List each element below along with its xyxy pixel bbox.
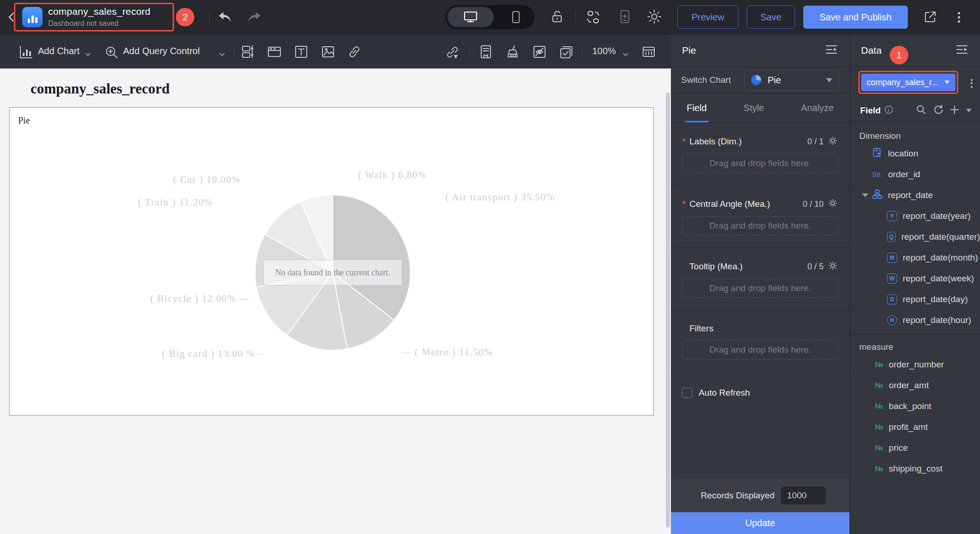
annotation-badge-1: 1 — [890, 46, 908, 64]
desktop-mode-icon[interactable] — [447, 7, 494, 27]
dimension-report-date-quarter[interactable]: Q report_date(quarter) — [850, 226, 980, 247]
update-button[interactable]: Update — [671, 512, 850, 534]
page-title: company_sales_record — [31, 81, 170, 97]
drop-zone-central-angle[interactable]: Drag and drop fields here. — [682, 216, 838, 236]
gear-icon[interactable] — [828, 199, 837, 210]
divider — [582, 45, 583, 59]
search-icon[interactable] — [916, 105, 926, 117]
dimension-location[interactable]: location — [850, 143, 980, 164]
tab-style[interactable]: Style — [744, 93, 764, 123]
drop-zone-tooltip[interactable]: Drag and drop fields here. — [682, 279, 838, 298]
add-chart-icon[interactable] — [19, 45, 33, 62]
more-menu-icon[interactable] — [958, 10, 960, 25]
batch-select-icon[interactable] — [559, 44, 574, 61]
field-label: price — [889, 443, 908, 453]
field-label: report_date(hour) — [903, 315, 971, 325]
refresh-icon[interactable] — [933, 105, 943, 117]
records-displayed-input[interactable] — [781, 487, 825, 504]
field-label: shipping_cost — [889, 464, 943, 474]
numeric-field-icon: № — [875, 423, 883, 431]
numeric-field-icon: № — [875, 444, 883, 452]
section-central-angle: * Central Angle (Mea.) 0 / 10 Drag and d… — [671, 186, 850, 248]
filter-caret-icon[interactable] — [966, 109, 972, 112]
favorites-doc-icon[interactable] — [478, 44, 493, 61]
measure-price[interactable]: № price — [850, 437, 980, 458]
undo-icon[interactable] — [217, 11, 232, 25]
dimension-order-id[interactable]: Str. order_id — [850, 164, 980, 185]
link-filter-icon[interactable] — [445, 44, 460, 61]
tab-container-icon[interactable] — [267, 44, 282, 61]
measure-back-point[interactable]: № back_point — [850, 396, 980, 416]
text-box-icon[interactable] — [294, 44, 309, 61]
add-chart-label[interactable]: Add Chart — [38, 46, 80, 56]
query-control-widget-icon[interactable] — [241, 44, 255, 61]
add-query-control-label[interactable]: Add Query Control — [123, 46, 200, 56]
field-label: order_id — [888, 169, 920, 180]
numeric-field-icon: № — [875, 465, 883, 473]
pie-chart-widget[interactable]: Pie ( Air transport ) 35.50% — ( Metro )… — [9, 107, 654, 416]
data-panel: Data 1 company_sales_r... Field Dimensio… — [850, 34, 980, 534]
dimension-report-date-hour[interactable]: H report_date(hour) — [850, 310, 980, 330]
measure-order-amt[interactable]: № order_amt — [850, 375, 980, 396]
share-export-icon[interactable] — [923, 10, 937, 26]
zoom-level[interactable]: 100% — [592, 46, 616, 56]
auto-refresh-label: Auto Refresh — [699, 388, 750, 398]
hide-chart-icon[interactable] — [532, 44, 547, 61]
settings-gear-icon[interactable] — [647, 9, 662, 26]
measure-profit-amt[interactable]: № profit_amt — [850, 416, 980, 437]
add-field-icon[interactable] — [949, 105, 960, 117]
mobile-mode-icon[interactable] — [511, 11, 521, 25]
drop-zone-labels[interactable]: Drag and drop fields here. — [682, 154, 838, 173]
dimension-report-date-day[interactable]: D report_date(day) — [850, 289, 980, 310]
dimension-report-date-week[interactable]: W report_date(week) — [850, 268, 980, 289]
preview-button[interactable]: Preview — [677, 6, 738, 29]
field-label: report_date(week) — [903, 273, 974, 284]
save-and-publish-button[interactable]: Save and Publish — [803, 6, 908, 29]
save-button[interactable]: Save — [747, 6, 795, 29]
dataset-more-icon[interactable] — [971, 77, 973, 89]
numeric-field-icon: № — [875, 402, 883, 410]
numeric-field-icon: № — [875, 381, 883, 390]
info-icon — [884, 105, 893, 116]
auto-refresh-checkbox[interactable] — [682, 388, 692, 398]
lock-icon[interactable] — [550, 10, 564, 25]
chevron-down-icon[interactable] — [623, 50, 628, 54]
device-toggle[interactable] — [446, 5, 534, 29]
gear-icon[interactable] — [828, 136, 837, 147]
tab-analyze[interactable]: Analyze — [801, 93, 834, 123]
gear-icon[interactable] — [828, 261, 837, 272]
chevron-down-icon[interactable] — [85, 50, 91, 54]
canvas-scrollbar[interactable] — [666, 93, 670, 528]
image-icon[interactable] — [321, 44, 335, 61]
expand-caret-icon[interactable] — [862, 193, 868, 197]
theme-icon[interactable] — [641, 44, 656, 61]
section-label: Labels (Dim.) — [689, 137, 742, 147]
drop-zone-filters[interactable]: Drag and drop fields here. — [682, 340, 838, 360]
collapse-panel-icon[interactable] — [955, 43, 969, 58]
dataset-name: company_sales_r... — [867, 78, 938, 87]
chevron-down-icon[interactable] — [219, 50, 225, 54]
chart-type-select[interactable]: Pie — [744, 70, 839, 90]
measure-shipping-cost[interactable]: № shipping_cost — [850, 458, 980, 479]
pie-label-big-card: ( Big card ) 13.00 % – — [162, 348, 264, 360]
dataset-sync-icon[interactable] — [586, 10, 601, 26]
redo-icon[interactable] — [247, 11, 262, 25]
dataset-select[interactable]: company_sales_r... — [861, 74, 955, 91]
measure-order-number[interactable]: № order_number — [850, 354, 980, 375]
clear-canvas-icon[interactable] — [505, 44, 520, 61]
back-chevron-icon[interactable] — [5, 10, 19, 24]
dimension-report-date-year[interactable]: Y report_date(year) — [850, 205, 980, 226]
required-asterisk: * — [682, 137, 689, 147]
field-label: report_date(quarter) — [901, 232, 980, 242]
chevron-down-icon — [944, 81, 950, 84]
add-query-control-icon[interactable] — [105, 45, 118, 61]
pie-chart-icon — [751, 75, 761, 85]
collapse-panel-icon[interactable] — [825, 43, 838, 58]
hyperlink-icon[interactable] — [347, 44, 362, 61]
dimension-report-date[interactable]: report_date — [850, 185, 980, 205]
tab-field[interactable]: Field — [687, 93, 707, 123]
annotation-badge-2: 2 — [176, 8, 194, 26]
dimension-report-date-month[interactable]: M report_date(month) — [850, 247, 980, 268]
required-asterisk: * — [682, 199, 689, 210]
copy-document-icon[interactable] — [617, 9, 632, 26]
